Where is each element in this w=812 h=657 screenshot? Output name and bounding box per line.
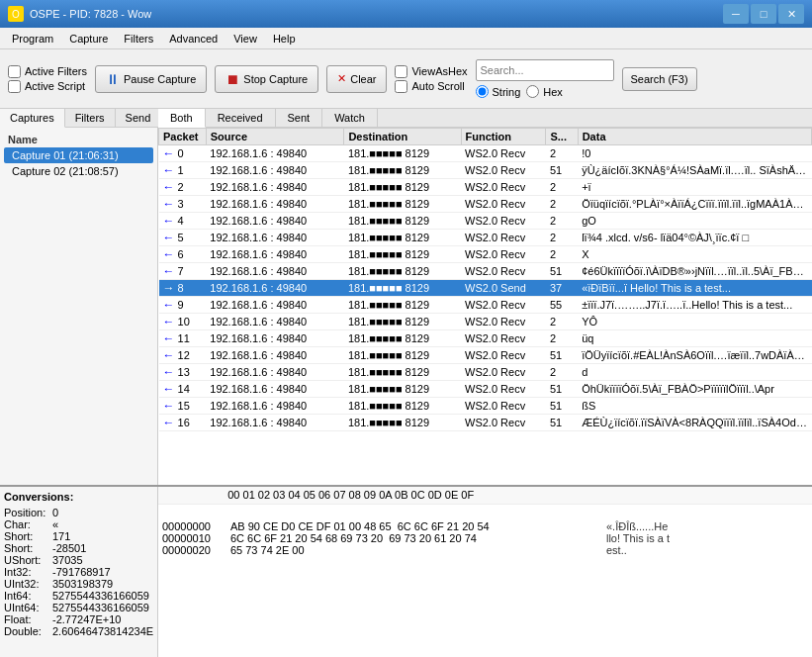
menu-filters[interactable]: Filters bbox=[116, 31, 161, 47]
maximize-button[interactable]: □ bbox=[751, 4, 776, 24]
active-filters-label[interactable]: Active Filters bbox=[8, 65, 87, 78]
packet-s: 2 bbox=[546, 230, 578, 246]
packet-dest: 181.■■■■■ 8129 bbox=[344, 398, 461, 415]
packet-id: ← 0 bbox=[159, 145, 207, 162]
table-row[interactable]: ← 11 192.168.1.6 : 49840 181.■■■■■ 8129 … bbox=[159, 330, 812, 347]
packet-data: gO bbox=[578, 213, 811, 230]
packet-s: 2 bbox=[546, 213, 578, 230]
packet-data: Öïüqïícïõï.°PLÀï°×ÀïïÁ¿Cïïï.ïïïl.ïïl..ïg… bbox=[578, 196, 811, 213]
table-row[interactable]: ← 13 192.168.1.6 : 49840 181.■■■■■ 8129 … bbox=[159, 364, 812, 381]
auto-scroll-label[interactable]: Auto Scroll bbox=[395, 80, 467, 93]
table-row[interactable]: ← 15 192.168.1.6 : 49840 181.■■■■■ 8129 … bbox=[159, 398, 812, 415]
table-row[interactable]: ← 2 192.168.1.6 : 49840 181.■■■■■ 8129 W… bbox=[159, 179, 812, 196]
ushort-value: 37035 bbox=[52, 554, 83, 566]
packet-data: !0 bbox=[578, 145, 811, 162]
view-as-hex-checkbox[interactable] bbox=[395, 65, 407, 78]
packet-source: 192.168.1.6 : 49840 bbox=[206, 179, 344, 196]
active-script-checkbox[interactable] bbox=[8, 80, 21, 93]
int32-value: -791768917 bbox=[52, 566, 111, 578]
arrow-left-icon: ← bbox=[163, 298, 175, 312]
table-row[interactable]: ← 3 192.168.1.6 : 49840 181.■■■■■ 8129 W… bbox=[159, 196, 812, 213]
menu-advanced[interactable]: Advanced bbox=[161, 31, 226, 47]
uint32-value: 3503198379 bbox=[52, 578, 113, 590]
string-radio-label[interactable]: String bbox=[476, 85, 521, 98]
packet-tab-both[interactable]: Both bbox=[158, 109, 206, 128]
packet-data: ÆÉÙ¿ïícïõï.ïïSÀïVÀ<8RÀQQïïïl.ïïlïl..ïSÀ4… bbox=[578, 415, 811, 431]
packet-dest: 181.■■■■■ 8129 bbox=[344, 280, 461, 297]
capture-item-1[interactable]: Capture 02 (21:08:57) bbox=[4, 163, 153, 179]
table-row[interactable]: ← 10 192.168.1.6 : 49840 181.■■■■■ 8129 … bbox=[159, 314, 812, 330]
table-row[interactable]: → 8 192.168.1.6 : 49840 181.■■■■■ 8129 W… bbox=[159, 280, 812, 297]
packet-func: WS2.0 Recv bbox=[461, 145, 546, 162]
packet-table-container: Both Received Sent Watch Packet Source D… bbox=[158, 109, 812, 485]
capture-item-0[interactable]: Capture 01 (21:06:31) bbox=[4, 147, 153, 163]
table-row[interactable]: ← 7 192.168.1.6 : 49840 181.■■■■■ 8129 W… bbox=[159, 263, 812, 280]
table-row[interactable]: ← 9 192.168.1.6 : 49840 181.■■■■■ 8129 W… bbox=[159, 297, 812, 314]
arrow-left-icon: ← bbox=[163, 247, 175, 261]
packet-tab-received[interactable]: Received bbox=[206, 109, 276, 127]
active-filters-checkbox[interactable] bbox=[8, 65, 21, 78]
packet-func: WS2.0 Recv bbox=[461, 364, 546, 381]
packet-source: 192.168.1.6 : 49840 bbox=[206, 230, 344, 246]
table-row[interactable]: ← 16 192.168.1.6 : 49840 181.■■■■■ 8129 … bbox=[159, 415, 812, 431]
double-value: 2.60646473814234E bbox=[52, 625, 153, 637]
arrow-left-icon: ← bbox=[163, 231, 175, 244]
packet-id: ← 4 bbox=[159, 213, 207, 230]
packet-func: WS2.0 Recv bbox=[461, 162, 546, 179]
arrow-right-icon: → bbox=[163, 281, 175, 295]
search-input[interactable] bbox=[476, 59, 614, 81]
search-button[interactable]: Search (F3) bbox=[622, 67, 697, 91]
tab-captures[interactable]: Captures bbox=[0, 109, 65, 128]
minimize-button[interactable]: ─ bbox=[723, 4, 749, 24]
packet-tab-sent[interactable]: Sent bbox=[276, 109, 323, 127]
close-button[interactable]: ✕ bbox=[778, 4, 804, 24]
packet-data: d bbox=[578, 364, 811, 381]
arrow-left-icon: ← bbox=[163, 264, 175, 278]
menu-program[interactable]: Program bbox=[4, 31, 61, 47]
table-row[interactable]: ← 1 192.168.1.6 : 49840 181.■■■■■ 8129 W… bbox=[159, 162, 812, 179]
packet-id: ← 12 bbox=[159, 347, 207, 364]
packet-func: WS2.0 Recv bbox=[461, 314, 546, 330]
packet-id: ← 2 bbox=[159, 179, 207, 196]
arrow-left-icon: ← bbox=[163, 382, 175, 396]
table-row[interactable]: ← 6 192.168.1.6 : 49840 181.■■■■■ 8129 W… bbox=[159, 246, 812, 263]
packet-id: ← 6 bbox=[159, 246, 207, 263]
menu-view[interactable]: View bbox=[226, 31, 265, 47]
hex-radio-label[interactable]: Hex bbox=[526, 85, 563, 98]
packet-tab-watch[interactable]: Watch bbox=[322, 109, 378, 127]
filter-checkboxes: Active Filters Active Script bbox=[8, 65, 87, 93]
table-row[interactable]: ← 4 192.168.1.6 : 49840 181.■■■■■ 8129 W… bbox=[159, 213, 812, 230]
table-row[interactable]: ← 14 192.168.1.6 : 49840 181.■■■■■ 8129 … bbox=[159, 381, 812, 398]
tab-filters[interactable]: Filters bbox=[65, 109, 116, 127]
stop-capture-button[interactable]: ⏹ Stop Capture bbox=[215, 65, 318, 93]
table-row[interactable]: ← 12 192.168.1.6 : 49840 181.■■■■■ 8129 … bbox=[159, 347, 812, 364]
packet-data: ÿÙ¿äícIõï.3KNÀ§°Á¼!SÀaMï.ïl.…ïl.. SïÀshÄ… bbox=[578, 162, 811, 179]
packet-dest: 181.■■■■■ 8129 bbox=[344, 263, 461, 280]
packet-data: ïÖÜyïícïõï.#EÀL!ÀnSÀ6Oïïl.…ïæïïl..7wDÀïÀ… bbox=[578, 347, 811, 364]
table-row[interactable]: ← 0 192.168.1.6 : 49840 181.■■■■■ 8129 W… bbox=[159, 145, 812, 162]
pause-capture-button[interactable]: ⏸ Pause Capture bbox=[95, 65, 207, 93]
hex-header-bytes: 00 01 02 03 04 05 06 07 08 09 0A 0B 0C 0… bbox=[227, 489, 474, 501]
packet-func: WS2.0 Recv bbox=[461, 263, 546, 280]
menu-capture[interactable]: Capture bbox=[61, 31, 116, 47]
packet-data: ßS bbox=[578, 398, 811, 415]
hex-radio[interactable] bbox=[526, 85, 539, 98]
packet-source: 192.168.1.6 : 49840 bbox=[206, 381, 344, 398]
menu-bar: Program Capture Filters Advanced View He… bbox=[0, 28, 812, 49]
tab-send[interactable]: Send bbox=[116, 109, 162, 127]
auto-scroll-checkbox[interactable] bbox=[395, 80, 407, 93]
float-value: -2.77247E+10 bbox=[52, 613, 121, 625]
menu-help[interactable]: Help bbox=[265, 31, 304, 47]
string-radio[interactable] bbox=[476, 85, 489, 98]
table-row[interactable]: ← 5 192.168.1.6 : 49840 181.■■■■■ 8129 W… bbox=[159, 230, 812, 246]
packet-s: 51 bbox=[546, 347, 578, 364]
app-icon: O bbox=[8, 6, 24, 22]
int64-label: Int64: bbox=[4, 590, 48, 602]
view-as-hex-label[interactable]: ViewAsHex bbox=[395, 65, 467, 78]
packet-dest: 181.■■■■■ 8129 bbox=[344, 347, 461, 364]
packet-dest: 181.■■■■■ 8129 bbox=[344, 246, 461, 263]
active-script-label[interactable]: Active Script bbox=[8, 80, 87, 93]
packet-s: 51 bbox=[546, 415, 578, 431]
short-label: Short: bbox=[4, 530, 48, 542]
clear-button[interactable]: ✕ Clear bbox=[326, 65, 387, 93]
